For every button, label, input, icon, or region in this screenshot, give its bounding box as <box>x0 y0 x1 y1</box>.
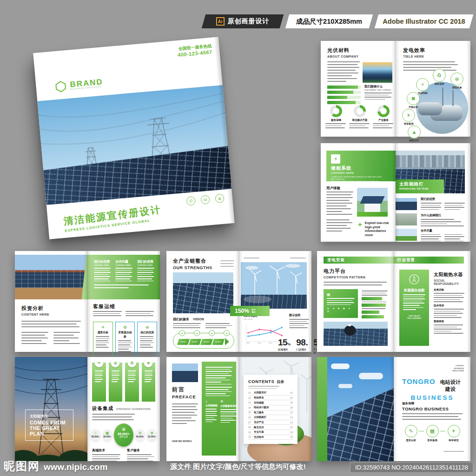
stat: 98. 门店增长 <box>296 337 308 355</box>
donut-charts: 服务保障 商业解决方案 产业服务 <box>325 105 394 130</box>
stat-circle: ▦30,500+ <box>102 429 113 442</box>
ai-badge: Ai 原创画册设计 <box>204 14 282 28</box>
s5l-title: 电力平台 <box>324 268 365 275</box>
illustrator-icon: Ai <box>216 17 225 26</box>
toc-row: 10光伏组件20 <box>248 435 293 440</box>
text-lines <box>290 256 306 260</box>
column-icon: ☀ <box>94 358 103 367</box>
feature-item: ✎ 需求分析 <box>400 425 422 442</box>
process-node: ● <box>209 330 215 336</box>
s4r-note-title: 图示说明 <box>289 313 310 317</box>
s1l-mid-sub: PLACEMENT THE COMPANY <box>364 89 392 91</box>
spread-energy-storage: ⚡ 储能系统 CONTENT HERE COMPLETELY MORPH EMP… <box>321 143 470 242</box>
column-icon: ★ <box>144 358 153 367</box>
green-info-box: ▦ ▲ ● ■ ◆ ● ▲ <box>324 289 358 318</box>
text-lines <box>205 322 233 330</box>
feature-bubble: ✖ 市场分析 <box>405 92 422 109</box>
donut-ring <box>354 105 366 117</box>
toc-row: 08聚光光伏16 <box>248 425 293 430</box>
stat-circle: ⌂38,000+ <box>90 429 101 442</box>
stat: 15% 区域增长 <box>278 337 291 355</box>
process-arrow <box>178 338 229 345</box>
badge3-label: Adobe Illustrator CC 2018 <box>383 18 465 25</box>
box-icon: ▦ <box>327 292 355 297</box>
s3l-subtitle: CONTENT HERE <box>21 313 49 316</box>
arrow-segment <box>200 339 213 345</box>
text-lines <box>248 386 279 389</box>
solar-field-photo <box>363 62 392 83</box>
rocket-icon <box>409 274 419 284</box>
service-cards: ☀ 愿景目标 ♻ 发展源自创新 ⊕ 我们的优势 <box>93 322 157 363</box>
toc-row: 05电力服务10 <box>248 410 293 416</box>
s7l-subtitle: PREFACE <box>172 394 196 399</box>
arrow-segment <box>212 339 225 345</box>
pipe <box>442 87 443 106</box>
toc-list: 01太阳能光伏02 02电站研发04 03光电储能06 04电站设计建设08 0… <box>248 390 293 440</box>
panel-title: 发展源自创新 <box>403 288 425 293</box>
solar-farm-photo <box>173 272 233 313</box>
text-lines <box>53 330 81 346</box>
dusk-tower-photo: 太阳能热泵 COMES FROM THE GREAT PLAN <box>15 357 87 461</box>
callout-text: Exploit low-risk high-yield infomediarie… <box>365 221 392 237</box>
s5r-title: 太阳能热水器 <box>434 271 464 278</box>
preface-photo <box>172 364 198 382</box>
arrow-segment <box>177 339 190 345</box>
hexagon-logo-icon <box>54 80 67 93</box>
badge2-label: 成品尺寸210X285mm <box>296 17 362 26</box>
text-lines <box>128 370 136 382</box>
text-lines <box>362 302 388 303</box>
wind-turbines-photo <box>241 262 307 309</box>
software-badge: Adobe Illustrator CC 2018 <box>377 14 471 28</box>
text-lines <box>126 310 154 317</box>
feature-column: ★ <box>142 363 156 402</box>
brand-business: BUSINESS <box>402 394 463 401</box>
tab-right: 行业背景 <box>394 257 464 264</box>
badge-label: 用户增长 <box>251 309 256 314</box>
contact-icon: ✉ <box>200 195 210 205</box>
feature-bubble: ▲ 经营方针 <box>406 126 423 142</box>
thumb-wind <box>396 229 417 241</box>
green-header-band: ⚡ 储能系统 CONTENT HERE COMPLETELY MORPH EMP… <box>326 151 396 181</box>
text-lines <box>96 336 110 348</box>
thumb-solar-field <box>396 198 417 210</box>
text-lines <box>443 449 464 454</box>
s6r-title: 设备集成 <box>92 405 113 412</box>
text-lines <box>434 309 464 318</box>
text-lines <box>402 413 463 420</box>
cover-contact-icons: ✆✉⊕ <box>186 194 224 206</box>
stat-circle: ★32,500+ <box>146 429 157 442</box>
text-lines <box>421 233 442 243</box>
brochure-cover-mockup: 全国统一服务热线 400-123-4567 BRANDBUSINESS BROC… <box>33 37 235 239</box>
toc-row: 06太阳能路灯12 <box>248 415 293 420</box>
section-heading: 我们的优势 <box>421 197 465 201</box>
s2r-photo-sub: INTRODUCING THE TEAM <box>399 187 440 190</box>
image-id-badge: ID:32590743 NO:20240426112351411128 <box>350 462 473 473</box>
section-heading: 技术培训 <box>434 304 464 307</box>
green-vertical-panel: 发展源自创新 OUR VALUETHE COMPANY <box>399 270 429 346</box>
stats-row: 15% 区域增长 98. 门店增长 5. 产业链 <box>278 337 320 355</box>
house-wall <box>364 204 380 212</box>
text-lines <box>220 258 234 269</box>
title-block: TONGRO 电站设计建设 BUSINESS <box>402 377 463 401</box>
panel-grid <box>173 283 233 313</box>
spread-equipment-integration: 太阳能热泵 COMES FROM THE GREAT PLAN ☀ ⊕ ♻ ★ <box>15 357 160 461</box>
panel-footer: OUR VALUETHE COMPANY <box>403 315 425 319</box>
toc-row: 03光电储能06 <box>248 400 293 405</box>
panel-columns: ⌂ 太阳能领航 ♻ 太阳能新领系列 <box>205 400 232 424</box>
s6r-subtitle: STRATEGIC COOPERATION <box>116 408 150 410</box>
stats-circles: ⌂38,000+ ▦30,500+ ⊕85,000+服务达标 ⊕36,000+ … <box>90 423 157 447</box>
sub-en: TONGRO BUSINESS <box>402 406 463 411</box>
big-stat-circle: ⊕85,000+服务达标 <box>114 423 133 447</box>
text-lines <box>21 319 81 329</box>
feature-column: ☀ <box>92 363 106 402</box>
s2l-subtitle: CONTENT HERE <box>331 172 391 174</box>
overlay-en2: THE GREAT PLAN <box>30 425 69 436</box>
text-lines <box>326 190 353 217</box>
worker-photo <box>324 322 388 346</box>
col2-heading: 客户服务 <box>127 448 155 453</box>
photo-caption-strip <box>357 212 388 217</box>
stat-circle: ⊕36,000+ <box>135 429 145 442</box>
arrow-tip <box>225 338 229 345</box>
feature-bubble: ♻ 项目流程 <box>431 69 448 86</box>
s1l-mid-title: 我们能做什么 <box>364 85 392 89</box>
